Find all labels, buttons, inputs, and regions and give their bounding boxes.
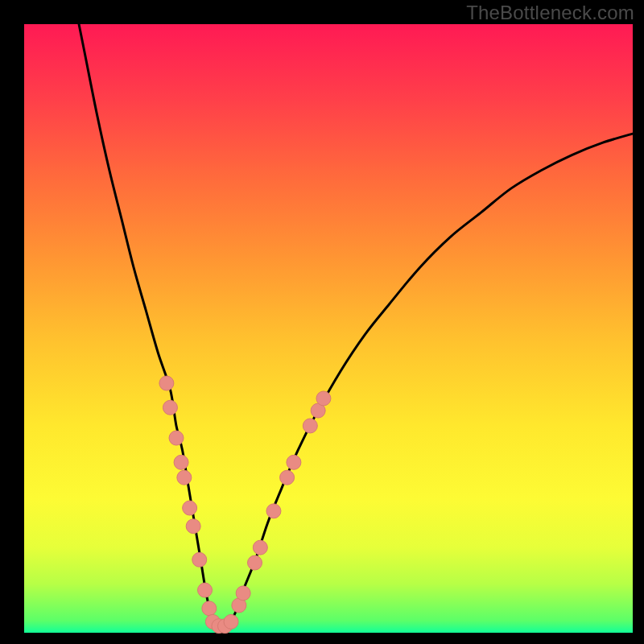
data-dot	[266, 504, 281, 518]
watermark-text: TheBottleneck.com	[466, 2, 634, 24]
data-dot	[159, 376, 174, 390]
data-dot	[177, 470, 192, 485]
data-dot	[169, 431, 184, 445]
data-dot	[163, 400, 177, 415]
data-dot	[202, 601, 217, 616]
data-dot	[253, 540, 267, 555]
data-dot	[236, 586, 250, 601]
dots-trough	[205, 614, 238, 633]
data-dot	[280, 470, 295, 485]
data-dot	[224, 614, 238, 629]
bottleneck-curve	[79, 24, 633, 627]
data-dot	[174, 455, 188, 469]
data-dot	[192, 552, 207, 567]
dots-left-branch	[159, 376, 217, 616]
chart-frame: TheBottleneck.com	[0, 0, 644, 644]
data-dot	[198, 583, 213, 597]
data-dot	[248, 555, 262, 570]
data-dot	[186, 519, 200, 534]
plot-area	[24, 24, 633, 633]
chart-svg	[24, 24, 633, 633]
data-dot	[287, 455, 301, 469]
data-dot	[183, 501, 197, 515]
data-dot	[303, 419, 317, 433]
data-dot	[316, 391, 331, 406]
